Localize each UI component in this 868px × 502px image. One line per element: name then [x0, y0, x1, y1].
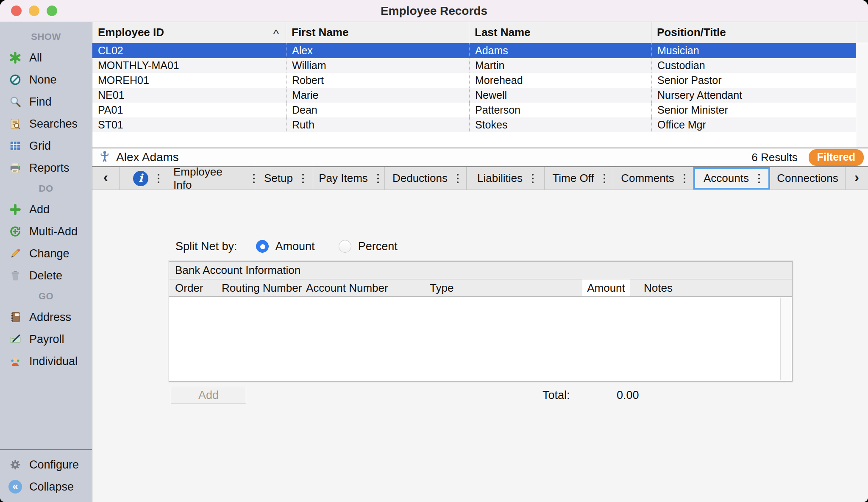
tabs-scroll-right-button[interactable]: ›: [846, 167, 868, 190]
record-name: Alex Adams: [116, 151, 179, 164]
sidebar-item-configure[interactable]: Configure: [0, 454, 92, 476]
titlebar: Employee Records: [0, 0, 868, 22]
payroll-check-icon: [8, 332, 22, 346]
address-book-icon: [8, 310, 22, 324]
radio-amount[interactable]: [256, 240, 269, 253]
bank-panel-footer: Add Total: 0.00: [169, 387, 793, 404]
table-row[interactable]: PA01 Dean Patterson Senior Minister: [92, 103, 856, 117]
split-net-label: Split Net by:: [175, 240, 237, 253]
sidebar-item-all[interactable]: All: [0, 47, 92, 69]
sidebar-item-collapse[interactable]: « Collapse: [0, 476, 92, 498]
no-entry-icon: [8, 73, 22, 86]
column-header-first-name[interactable]: First Name: [286, 22, 469, 43]
add-account-button[interactable]: Add: [171, 387, 246, 404]
sidebar-item-change[interactable]: Change: [0, 243, 92, 265]
employee-figure-icon: [99, 150, 110, 165]
radio-percent[interactable]: [339, 240, 351, 253]
magnifier-icon: [8, 95, 22, 109]
bank-panel-title: Bank Account Information: [169, 262, 792, 279]
column-header-routing-number[interactable]: Routing Number: [222, 279, 302, 296]
saved-search-icon: [8, 117, 22, 131]
sidebar-section-do: DO: [0, 179, 92, 198]
table-row[interactable]: ST01 Ruth Stokes Office Mgr: [92, 117, 856, 132]
record-bar: Alex Adams 6 Results Filtered: [92, 148, 868, 167]
column-header-amount[interactable]: Amount: [582, 279, 630, 296]
tab-overflow-dots-icon[interactable]: [253, 174, 255, 183]
tab-bar: ‹ i Employee Info Setup Pay Items: [92, 167, 868, 190]
tab-overflow-dots-icon[interactable]: [684, 174, 685, 183]
tab-accounts[interactable]: Accounts: [693, 167, 770, 190]
info-icon[interactable]: i: [133, 171, 148, 186]
employee-table: Employee ID ^ First Name Last Name Posit…: [92, 22, 868, 148]
column-header-employee-id[interactable]: Employee ID ^: [92, 22, 286, 43]
tab-setup[interactable]: Setup: [255, 167, 313, 190]
filtered-badge[interactable]: Filtered: [809, 149, 864, 166]
sidebar-item-address[interactable]: Address: [0, 306, 92, 328]
sidebar-item-individual[interactable]: Individual: [0, 350, 92, 372]
bank-table-header: Order Routing Number Account Number Type…: [169, 279, 792, 297]
tab-deductions[interactable]: Deductions: [385, 167, 467, 190]
tab-pay-items[interactable]: Pay Items: [313, 167, 385, 190]
column-header-last-name[interactable]: Last Name: [469, 22, 651, 43]
sidebar-section-show: SHOW: [0, 27, 92, 47]
column-header-account-number[interactable]: Account Number: [306, 279, 388, 296]
collapse-circle-icon: «: [8, 480, 22, 494]
printer-icon: [8, 161, 22, 175]
sidebar-item-multi-add[interactable]: Multi-Add: [0, 220, 92, 243]
window-title: Employee Records: [0, 4, 868, 18]
bank-table-scrollbar[interactable]: [780, 298, 791, 380]
tab-overflow-dots-icon[interactable]: [158, 174, 159, 183]
tab-liabilities[interactable]: Liabilities: [467, 167, 545, 190]
tab-connections[interactable]: Connections: [770, 167, 846, 190]
results-count: 6 Results: [751, 151, 797, 164]
sidebar-item-searches[interactable]: Searches: [0, 113, 92, 135]
sidebar-item-payroll[interactable]: Payroll: [0, 328, 92, 350]
bank-table-body: [169, 297, 792, 381]
sidebar-footer: Configure « Collapse: [0, 449, 92, 502]
total-value: 0.00: [617, 387, 639, 404]
asterisk-icon: [8, 51, 22, 64]
table-row[interactable]: NE01 Marie Newell Nursery Attendant: [92, 88, 856, 103]
column-header-position-title[interactable]: Position/Title: [651, 22, 856, 43]
accounts-tab-content: Split Net by: Amount Percent Bank Accoun…: [92, 190, 868, 502]
sort-ascending-icon: ^: [273, 24, 279, 44]
employee-table-header: Employee ID ^ First Name Last Name Posit…: [92, 22, 868, 43]
tab-overflow-dots-icon[interactable]: [604, 174, 605, 183]
employee-records-window: Employee Records SHOW All None Find Sear…: [0, 0, 868, 502]
plus-icon: [8, 203, 22, 216]
sidebar-item-grid[interactable]: Grid: [0, 135, 92, 157]
sidebar-item-none[interactable]: None: [0, 69, 92, 91]
tabs-scroll-left-button[interactable]: ‹: [92, 167, 120, 190]
chevron-left-icon: ‹: [103, 169, 108, 188]
split-net-row: Split Net by: Amount Percent: [175, 237, 421, 255]
column-header-type[interactable]: Type: [430, 279, 453, 296]
gear-icon: [8, 458, 22, 471]
sidebar-section-go: GO: [0, 287, 92, 306]
total-label: Total:: [542, 387, 570, 404]
sidebar-item-add[interactable]: Add: [0, 198, 92, 220]
sidebar: SHOW All None Find Searches Grid: [0, 22, 92, 502]
table-scrollbar[interactable]: [856, 43, 868, 148]
tab-employee-info[interactable]: Employee Info: [173, 167, 255, 190]
tab-overflow-dots-icon[interactable]: [302, 174, 304, 183]
table-row[interactable]: MONTHLY-MA01 William Martin Custodian: [92, 58, 856, 73]
header-scrollbar-gutter: [856, 22, 868, 43]
column-header-order[interactable]: Order: [175, 279, 203, 296]
tab-overflow-dots-icon[interactable]: [532, 174, 534, 183]
tab-comments[interactable]: Comments: [613, 167, 693, 190]
sidebar-item-delete[interactable]: Delete: [0, 265, 92, 287]
column-header-notes[interactable]: Notes: [644, 279, 673, 296]
table-row[interactable]: CL02 Alex Adams Musician: [92, 43, 856, 58]
sidebar-item-reports[interactable]: Reports: [0, 157, 92, 179]
tab-time-off[interactable]: Time Off: [545, 167, 613, 190]
table-row[interactable]: MOREH01 Robert Morehead Senior Pastor: [92, 73, 856, 88]
tab-overflow-dots-icon[interactable]: [758, 174, 760, 183]
tab-overflow-dots-icon[interactable]: [377, 174, 379, 183]
pencil-icon: [8, 247, 22, 260]
sidebar-item-find[interactable]: Find: [0, 91, 92, 113]
tab-overflow-dots-icon[interactable]: [457, 174, 459, 183]
tab-info[interactable]: i: [120, 167, 173, 190]
radio-option-amount[interactable]: Amount: [256, 240, 315, 253]
grid-icon: [8, 139, 22, 153]
radio-option-percent[interactable]: Percent: [339, 240, 398, 253]
